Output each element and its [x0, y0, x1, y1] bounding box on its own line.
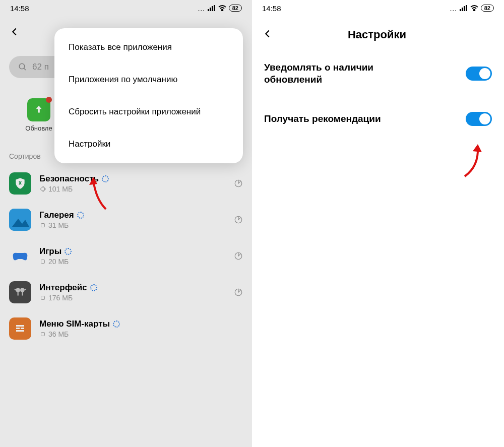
wifi-icon — [470, 5, 478, 11]
setting-notify-updates[interactable]: Уведомлять о наличии обновлений — [252, 48, 504, 99]
phone-left: 62 п Обновле Сортиров Безопасность 101 М… — [0, 0, 252, 447]
back-icon[interactable] — [9, 25, 20, 40]
overflow-menu: Показать все приложения Приложения по ум… — [54, 28, 243, 163]
signal-icon — [208, 5, 216, 11]
chip-icon — [39, 258, 46, 265]
svg-rect-20 — [41, 296, 45, 300]
loading-icon — [77, 212, 84, 219]
update-label: Обновле — [19, 124, 58, 132]
app-row-interface[interactable]: Интерфейс 176 МБ — [9, 274, 243, 310]
svg-rect-23 — [16, 328, 20, 329]
status-time: 14:58 — [10, 4, 29, 13]
svg-rect-16 — [41, 260, 45, 264]
chip-icon — [39, 222, 46, 229]
svg-rect-14 — [41, 224, 45, 227]
svg-rect-34 — [462, 8, 463, 11]
svg-rect-35 — [464, 6, 465, 11]
gamepad-icon — [9, 245, 31, 267]
menu-settings[interactable]: Настройки — [54, 128, 243, 160]
svg-point-18 — [16, 288, 20, 292]
search-text: 62 п — [32, 62, 49, 72]
svg-rect-29 — [212, 6, 213, 11]
gallery-icon — [9, 209, 31, 231]
update-icon — [27, 98, 50, 121]
svg-rect-36 — [466, 5, 467, 11]
svg-rect-22 — [16, 325, 24, 327]
svg-rect-30 — [214, 5, 215, 11]
loading-icon — [90, 284, 97, 291]
setting-recommendations[interactable]: Получать рекомендации — [252, 99, 504, 139]
svg-rect-28 — [210, 8, 211, 11]
pie-chart-icon — [234, 251, 243, 261]
dots-icon: … — [450, 4, 457, 13]
svg-rect-26 — [41, 333, 45, 336]
loading-icon — [102, 175, 109, 182]
wifi-icon — [218, 5, 226, 11]
interface-icon — [9, 281, 31, 303]
shield-icon — [9, 172, 31, 195]
loading-icon — [65, 248, 72, 255]
svg-point-37 — [473, 10, 475, 11]
svg-rect-25 — [16, 330, 24, 332]
svg-line-1 — [24, 68, 26, 70]
loading-icon — [113, 321, 120, 328]
status-bar: 14:58 … 82 — [0, 0, 252, 16]
setting-label: Уведомлять о наличии обновлений — [264, 61, 425, 86]
pie-chart-icon — [234, 288, 243, 297]
update-tile[interactable]: Обновле — [19, 98, 58, 132]
chip-icon — [39, 294, 46, 301]
battery-indicator: 82 — [481, 5, 494, 12]
toggle-recommendations[interactable] — [466, 112, 492, 126]
app-list: Безопасность 101 МБ Галерея 31 — [0, 165, 252, 347]
status-bar: 14:58 … 82 — [252, 0, 504, 16]
chip-icon — [39, 185, 46, 193]
svg-rect-27 — [208, 9, 209, 11]
sim-icon — [9, 317, 31, 340]
settings-header: Настройки — [252, 16, 504, 48]
battery-indicator: 82 — [229, 5, 242, 12]
chip-icon — [39, 331, 46, 338]
menu-show-all-apps[interactable]: Показать все приложения — [54, 31, 243, 63]
app-row-security[interactable]: Безопасность 101 МБ — [9, 165, 243, 202]
menu-reset-apps[interactable]: Сбросить настройки приложений — [54, 96, 243, 128]
app-row-sim[interactable]: Меню SIM-карты 36 МБ — [9, 310, 243, 347]
search-icon — [18, 62, 27, 72]
pie-chart-icon — [234, 215, 243, 224]
setting-label: Получать рекомендации — [264, 113, 381, 125]
pie-chart-icon — [234, 179, 243, 188]
svg-rect-12 — [9, 209, 31, 231]
phone-right: 14:58 … 82 Настройки Уведомлять о наличи… — [252, 0, 504, 447]
svg-point-0 — [19, 63, 25, 69]
svg-rect-33 — [460, 9, 461, 11]
signal-icon — [460, 5, 468, 11]
page-title: Настройки — [260, 28, 494, 41]
svg-rect-24 — [21, 328, 24, 329]
annotation-arrow-icon — [459, 141, 499, 181]
svg-point-19 — [20, 288, 25, 292]
svg-marker-38 — [473, 144, 482, 152]
svg-rect-2 — [41, 187, 45, 191]
menu-default-apps[interactable]: Приложения по умолчанию — [54, 63, 243, 96]
dots-icon: … — [198, 4, 205, 13]
svg-point-31 — [221, 10, 223, 11]
toggle-notify-updates[interactable] — [466, 67, 492, 81]
app-row-gallery[interactable]: Галерея 31 МБ — [9, 202, 243, 238]
status-time: 14:58 — [262, 4, 281, 13]
app-row-games[interactable]: Игры 20 МБ — [9, 238, 243, 274]
